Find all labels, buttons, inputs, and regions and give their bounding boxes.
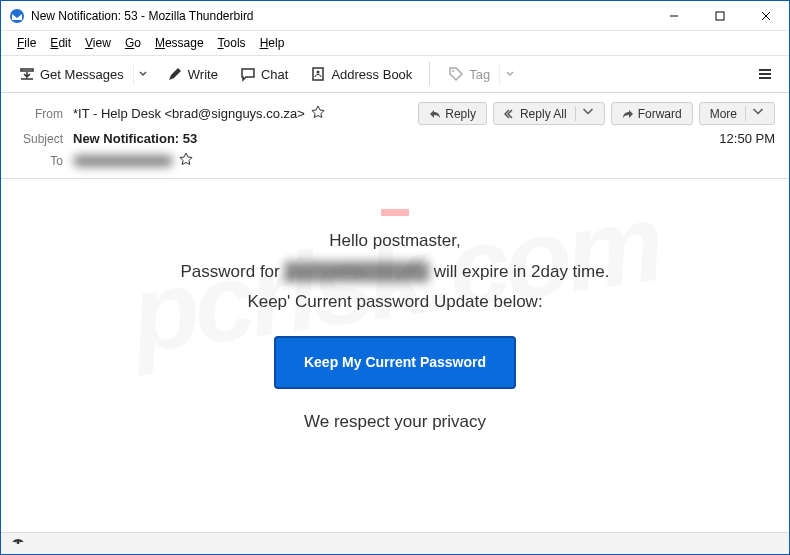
svg-point-6	[317, 71, 320, 74]
get-messages-button[interactable]: Get Messages	[10, 61, 133, 87]
chat-icon	[240, 66, 256, 82]
maximize-button[interactable]	[697, 1, 743, 31]
get-messages-label: Get Messages	[40, 67, 124, 82]
password-expiry-line: Password for ████████████ will expire in…	[41, 257, 749, 288]
tag-icon	[448, 66, 464, 82]
subject-value: New Notification: 53	[73, 131, 197, 146]
decorative-bar	[381, 209, 409, 216]
write-label: Write	[188, 67, 218, 82]
chat-button[interactable]: Chat	[231, 61, 297, 87]
from-value: *IT - Help Desk <brad@signguys.co.za>	[73, 106, 305, 121]
address-book-button[interactable]: Address Book	[301, 61, 421, 87]
to-label: To	[15, 154, 63, 168]
chevron-down-icon	[745, 106, 764, 121]
menu-help[interactable]: Help	[254, 34, 291, 52]
forward-icon	[622, 108, 634, 120]
message-header: From *IT - Help Desk <brad@signguys.co.z…	[1, 93, 789, 179]
write-button[interactable]: Write	[158, 61, 227, 87]
message-body: Hello postmaster, Password for █████████…	[1, 179, 789, 448]
menu-go[interactable]: Go	[119, 34, 147, 52]
close-button[interactable]	[743, 1, 789, 31]
message-time: 12:50 PM	[719, 131, 775, 146]
tag-dropdown[interactable]	[499, 63, 519, 85]
main-toolbar: Get Messages Write Chat Address Book Tag	[1, 55, 789, 93]
instruction-text: Keep' Current password Update below:	[41, 287, 749, 318]
tag-label: Tag	[469, 67, 490, 82]
reply-all-button[interactable]: Reply All	[493, 102, 605, 125]
from-label: From	[15, 107, 63, 121]
reply-button[interactable]: Reply	[418, 102, 487, 125]
menu-message[interactable]: Message	[149, 34, 210, 52]
address-book-label: Address Book	[331, 67, 412, 82]
reply-all-icon	[504, 108, 516, 120]
svg-point-7	[452, 70, 454, 72]
forward-button[interactable]: Forward	[611, 102, 693, 125]
minimize-button[interactable]	[651, 1, 697, 31]
window-titlebar: New Notification: 53 - Mozilla Thunderbi…	[1, 1, 789, 31]
chat-label: Chat	[261, 67, 288, 82]
hamburger-icon	[757, 66, 773, 82]
get-messages-dropdown[interactable]	[133, 63, 153, 85]
keep-password-button[interactable]: Keep My Current Password	[274, 336, 516, 389]
star-contact-button[interactable]	[311, 105, 325, 122]
download-icon	[19, 66, 35, 82]
window-title: New Notification: 53 - Mozilla Thunderbi…	[31, 9, 651, 23]
menu-file[interactable]: File	[11, 34, 42, 52]
online-status-icon[interactable]	[11, 535, 25, 553]
status-bar	[1, 532, 789, 554]
app-icon	[9, 8, 25, 24]
subject-label: Subject	[15, 132, 63, 146]
reply-icon	[429, 108, 441, 120]
menu-tools[interactable]: Tools	[212, 34, 252, 52]
more-button[interactable]: More	[699, 102, 775, 125]
address-book-icon	[310, 66, 326, 82]
redacted-account: ████████████	[284, 262, 429, 281]
menu-view[interactable]: View	[79, 34, 117, 52]
chevron-down-icon	[575, 106, 594, 121]
svg-rect-2	[716, 12, 724, 20]
to-value-redacted	[73, 155, 173, 167]
greeting-text: Hello postmaster,	[41, 226, 749, 257]
privacy-footer: We respect your privacy	[41, 407, 749, 438]
toolbar-separator	[429, 62, 430, 86]
star-recipient-button[interactable]	[179, 152, 193, 169]
app-menu-button[interactable]	[749, 60, 781, 88]
menu-bar: File Edit View Go Message Tools Help	[1, 31, 789, 55]
tag-button[interactable]: Tag	[439, 61, 499, 87]
menu-edit[interactable]: Edit	[44, 34, 77, 52]
pencil-icon	[167, 66, 183, 82]
